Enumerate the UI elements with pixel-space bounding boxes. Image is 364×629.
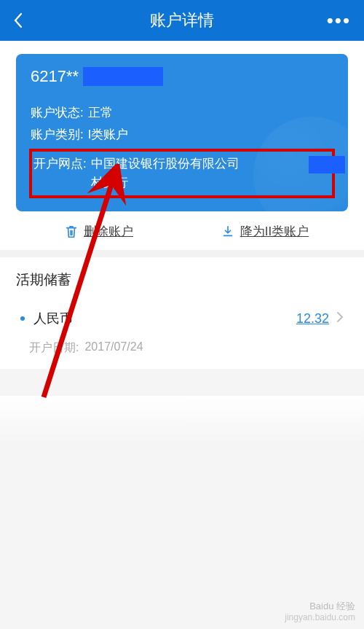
page-title: 账户详情 [42,9,322,31]
chevron-right-icon [336,311,344,326]
branch-value-line2: 村支行 [91,173,331,192]
bullet-icon [20,316,25,321]
account-type-value: I类账户 [88,124,333,146]
account-card: 6217** 账户状态: 正常 账户类别: I类账户 开户网点: 中国建设银行股… [16,54,348,211]
back-button[interactable] [13,12,42,28]
trash-icon [65,224,78,239]
card-number-masked [83,67,163,86]
card-number: 6217** [31,67,79,86]
more-icon: ••• [327,9,351,32]
open-date-value: 2017/07/24 [84,340,143,356]
currency-row[interactable]: 人民币 12.32 [16,305,348,335]
account-status-label: 账户状态: [31,102,84,124]
branch-highlight-box: 开户网点: 中国建设银行股份有限公司 开户网点: 村支行 [29,149,335,198]
watermark-url: jingyan.baidu.com [285,612,355,622]
savings-section: 活期储蓄 人民币 12.32 开户日期: 2017/07/24 [0,257,364,369]
open-date-label: 开户日期: [29,340,79,356]
section-divider [0,250,364,257]
currency-amount: 12.32 [296,311,329,327]
delete-account-button[interactable]: 删除账户 [16,223,182,240]
bottom-blank [0,396,364,629]
downgrade-account-button[interactable]: 降为II类账户 [182,223,348,240]
watermark-brand: Baidu 经验 [309,601,355,612]
delete-account-label: 删除账户 [84,223,133,240]
branch-mask [309,156,345,173]
branch-value-line1: 中国建设银行股份有限公司 [91,155,331,173]
currency-name: 人民币 [33,310,296,327]
download-icon [221,224,234,239]
chevron-left-icon [13,12,23,28]
more-button[interactable]: ••• [322,9,351,32]
downgrade-account-label: 降为II类账户 [240,223,309,240]
account-status-value: 正常 [88,102,333,124]
branch-label: 开户网点: [33,155,87,173]
header-bar: 账户详情 ••• [0,0,364,41]
watermark: Baidu 经验 jingyan.baidu.com [285,601,355,623]
savings-title: 活期储蓄 [16,270,348,289]
account-type-label: 账户类别: [31,124,84,146]
